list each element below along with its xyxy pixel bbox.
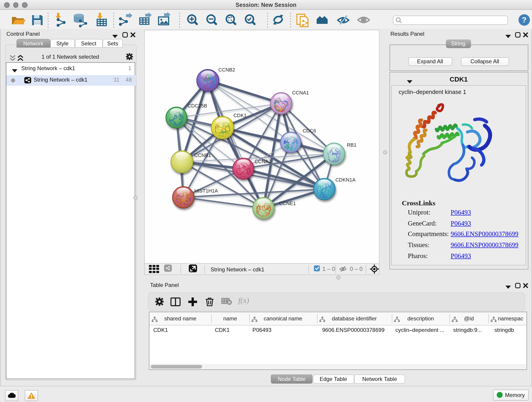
svg-text:CCNB2: CCNB2 [218, 67, 235, 72]
svg-text:CDC6: CDC6 [302, 128, 316, 133]
svg-text:CDKN1A: CDKN1A [335, 177, 355, 182]
svg-text:CCNB1: CCNB1 [194, 152, 211, 158]
svg-text:?: ? [522, 15, 527, 24]
svg-text:CCNE1: CCNE1 [279, 200, 296, 206]
svg-text:HIST1H1A: HIST1H1A [194, 188, 218, 193]
svg-text:CCNA1: CCNA1 [292, 89, 309, 95]
svg-text:CDK1: CDK1 [233, 112, 247, 118]
svg-text:CDC25B: CDC25B [187, 103, 207, 108]
svg-text:CCNA2: CCNA2 [254, 158, 271, 164]
svg-text:RB1: RB1 [347, 142, 356, 148]
